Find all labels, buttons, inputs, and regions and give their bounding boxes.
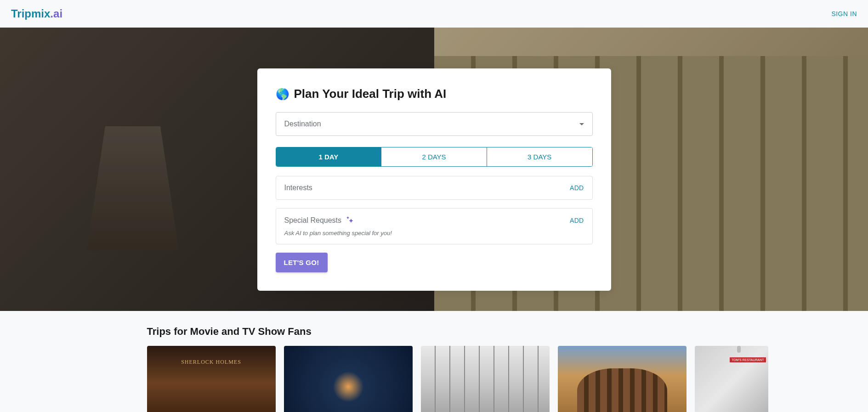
special-requests-panel: Special Requests ADD Ask AI to plan some… [276,208,593,244]
trip-tile[interactable] [284,346,413,412]
hero-section: 🌎 Plan Your Ideal Trip with AI Destinati… [0,28,868,311]
day-button-1[interactable]: 1 DAY [276,147,382,166]
trip-tile[interactable] [695,346,768,412]
sparkles-icon [345,216,353,225]
logo[interactable]: Tripmix.ai [11,7,62,20]
destination-select[interactable]: Destination [276,112,593,136]
scroll-indicator[interactable] [737,346,741,412]
section-title: Trips for Movie and TV Show Fans [119,326,749,338]
logo-text-trip: Tripmix [11,7,50,20]
plan-card: 🌎 Plan Your Ideal Trip with AI Destinati… [257,68,611,291]
interests-add-button[interactable]: ADD [570,184,584,192]
signin-button[interactable]: SIGN IN [831,10,857,17]
trip-tile[interactable] [421,346,550,412]
card-title: Plan Your Ideal Trip with AI [294,87,447,101]
special-add-button[interactable]: ADD [570,217,584,224]
trip-tile[interactable] [558,346,686,412]
interests-label: Interests [284,184,312,192]
special-requests-label: Special Requests [284,216,354,225]
day-button-2[interactable]: 2 DAYS [381,147,487,166]
special-hint: Ask AI to plan something special for you… [284,230,584,237]
trips-section: Trips for Movie and TV Show Fans [119,311,749,412]
special-label-text: Special Requests [284,216,342,225]
days-toggle: 1 DAY 2 DAYS 3 DAYS [276,147,593,167]
logo-text-ai: .ai [50,7,62,20]
trips-carousel[interactable] [119,346,749,412]
day-button-3[interactable]: 3 DAYS [487,147,592,166]
chevron-down-icon [579,123,584,125]
trip-tile[interactable] [147,346,276,412]
lets-go-button[interactable]: LET'S GO! [276,253,328,272]
header: Tripmix.ai SIGN IN [0,0,868,28]
card-title-row: 🌎 Plan Your Ideal Trip with AI [276,87,593,101]
destination-placeholder: Destination [284,120,321,128]
globe-icon: 🌎 [276,88,289,101]
interests-panel: Interests ADD [276,176,593,200]
